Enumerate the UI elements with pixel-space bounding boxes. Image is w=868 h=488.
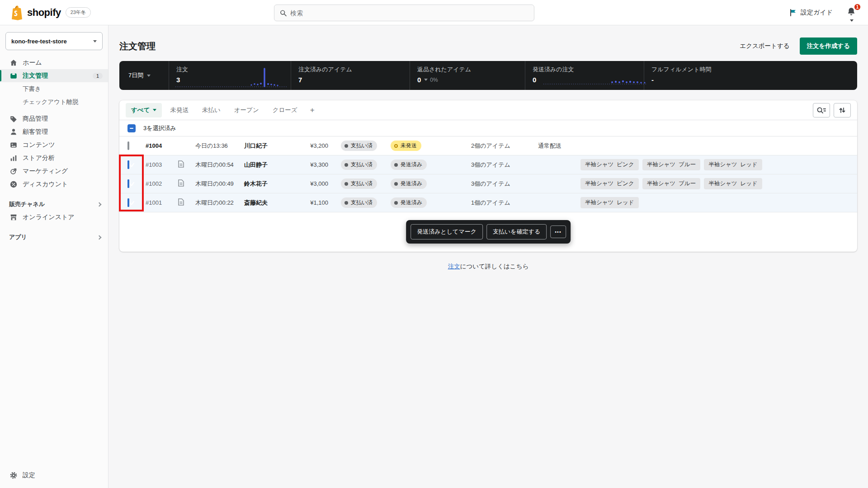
sidebar-section-sales-channels[interactable]: 販売チャネル [0, 198, 108, 211]
payment-status-badge: 支払い済 [341, 197, 377, 208]
order-row-1003[interactable]: #1003 木曜日の00:54 山田静子 ¥3,300 支払い済 発送済み 3個… [119, 155, 857, 174]
order-row-1002[interactable]: #1002 木曜日の00:49 鈴木花子 ¥3,000 支払い済 発送済み 3個… [119, 174, 857, 193]
tab-open[interactable]: オープン [229, 103, 264, 117]
sidebar-item-drafts[interactable]: 下書き [0, 82, 108, 95]
stat-orders: 注文 3 [169, 61, 291, 90]
order-date: 木曜日の00:54 [195, 161, 244, 169]
search-input[interactable] [290, 9, 528, 17]
payment-status-badge: 支払い済 [341, 160, 377, 170]
filter-tabs: すべて 未発送 未払い オープン クローズ + [119, 100, 857, 120]
sidebar-item-discounts[interactable]: ディスカウント [0, 178, 108, 191]
mark-fulfilled-button[interactable]: 発送済みとしてマーク [410, 224, 483, 239]
order-number: #1001 [146, 199, 178, 206]
order-items-count: 1個のアイテム [471, 199, 538, 207]
order-tag: 半袖シャツ ピンク [580, 159, 639, 170]
stat-label: 返品されたアイテム [417, 66, 518, 74]
shopify-wordmark: shopify [27, 7, 61, 19]
order-date: 木曜日の00:22 [195, 199, 244, 207]
main-content: 注文管理 エクスポートする 注文を作成する 7日間 注文 3 [108, 25, 868, 488]
row-checkbox[interactable] [127, 179, 129, 188]
sidebar: kono-free-test-store ホーム 注文管理 1 下書き チェック… [0, 25, 108, 488]
tab-unpaid[interactable]: 未払い [197, 103, 226, 117]
sidebar-item-home[interactable]: ホーム [0, 56, 108, 69]
order-items-count: 3個のアイテム [471, 161, 538, 169]
row-checkbox[interactable] [127, 141, 129, 150]
sort-button[interactable] [834, 103, 851, 117]
order-row-1004[interactable]: #1004 今日の13:36 川口紀子 ¥3,200 支払い済 未発送 2個のア… [119, 136, 857, 155]
stat-ordered-items: 注文済みのアイテム 7 [291, 61, 410, 90]
sidebar-item-label: 注文管理 [23, 72, 48, 80]
section-label: アプリ [9, 233, 27, 241]
sidebar-item-customers[interactable]: 顧客管理 [0, 125, 108, 138]
section-label: 販売チャネル [9, 200, 45, 208]
fulfillment-status-badge: 発送済み [391, 197, 427, 208]
date-range-label: 7日間 [128, 71, 143, 80]
stat-label: フルフィルメント時間 [651, 66, 850, 74]
sidebar-section-apps[interactable]: アプリ [0, 231, 108, 244]
row-checkbox[interactable] [127, 160, 129, 169]
search-filter-button[interactable] [813, 103, 830, 117]
order-total: ¥1,100 [297, 199, 328, 206]
orders-help-link[interactable]: 注文 [448, 263, 460, 270]
search-filter-icon [816, 107, 826, 114]
content-icon [9, 141, 18, 150]
setup-guide-button[interactable]: 設定ガイド [789, 9, 833, 17]
sidebar-item-label: マーケティング [23, 167, 68, 175]
store-selector[interactable]: kono-free-test-store [5, 32, 103, 50]
fulfillment-status-badge: 未発送 [391, 141, 421, 151]
order-date: 木曜日の00:49 [195, 180, 244, 188]
stat-label: 注文済みのアイテム [298, 66, 402, 74]
add-view-button[interactable]: + [306, 105, 319, 116]
tab-all[interactable]: すべて [126, 103, 162, 117]
sidebar-item-online-store[interactable]: オンラインストア [0, 211, 108, 224]
global-search[interactable] [274, 5, 534, 21]
chevron-down-icon [93, 40, 97, 42]
sidebar-item-label: ストア分析 [23, 154, 55, 162]
select-all-checkbox[interactable] [127, 124, 136, 132]
tab-unfulfilled[interactable]: 未発送 [165, 103, 194, 117]
order-note-icon [178, 198, 195, 207]
flag-icon [789, 9, 797, 17]
select-all-row: 3を選択済み [119, 120, 857, 136]
sidebar-item-content[interactable]: コンテンツ [0, 138, 108, 151]
setup-guide-label: 設定ガイド [801, 9, 833, 17]
notifications-button[interactable]: 1 [846, 7, 859, 19]
status-dot-icon [394, 163, 398, 167]
sidebar-item-abandoned-checkouts[interactable]: チェックアウト離脱 [0, 95, 108, 108]
capture-payment-button[interactable]: 支払いを確定する [486, 224, 547, 239]
order-items-count: 2個のアイテム [471, 142, 538, 150]
sidebar-item-orders[interactable]: 注文管理 1 [0, 69, 108, 82]
sidebar-item-marketing[interactable]: マーケティング [0, 164, 108, 178]
order-number: #1002 [146, 180, 178, 187]
footer-help-text: 注文について詳しくはこちら [119, 263, 857, 271]
analytics-icon [9, 154, 18, 163]
sidebar-item-products[interactable]: 商品管理 [0, 112, 108, 125]
order-row-1001[interactable]: #1001 木曜日の00:22 斎藤紀夫 ¥1,100 支払い済 発送済み 1個… [119, 193, 857, 212]
status-dot-icon [344, 201, 348, 205]
discount-icon [9, 180, 18, 189]
stats-bar: 7日間 注文 3 注文済みのアイテム 7 返品され [119, 61, 857, 90]
row-checkbox[interactable] [127, 198, 129, 207]
order-note-icon [178, 179, 195, 188]
order-tag: 半袖シャツ レッド [704, 159, 762, 170]
home-icon [9, 58, 18, 67]
date-range-selector[interactable]: 7日間 [119, 61, 169, 90]
more-actions-button[interactable]: ••• [550, 225, 566, 238]
products-tag-icon [9, 114, 18, 123]
sidebar-item-label: 商品管理 [23, 115, 48, 123]
sidebar-item-label: コンテンツ [23, 141, 55, 149]
sidebar-item-label: ディスカウント [23, 180, 68, 188]
order-items-count: 3個のアイテム [471, 180, 538, 188]
shopify-logo[interactable]: shopify [9, 5, 61, 20]
sidebar-item-settings[interactable]: 設定 [0, 469, 108, 482]
order-date: 今日の13:36 [195, 142, 244, 150]
sidebar-item-analytics[interactable]: ストア分析 [0, 151, 108, 164]
create-order-button[interactable]: 注文を作成する [800, 38, 857, 55]
tab-closed[interactable]: クローズ [267, 103, 303, 117]
export-button[interactable]: エクスポートする [740, 42, 789, 50]
sidebar-item-label: ホーム [23, 59, 42, 67]
payment-status-badge: 支払い済 [341, 178, 377, 189]
stat-percentage: 0% [430, 77, 438, 83]
payment-status-badge: 支払い済 [341, 141, 377, 151]
chevron-down-icon [153, 109, 156, 111]
